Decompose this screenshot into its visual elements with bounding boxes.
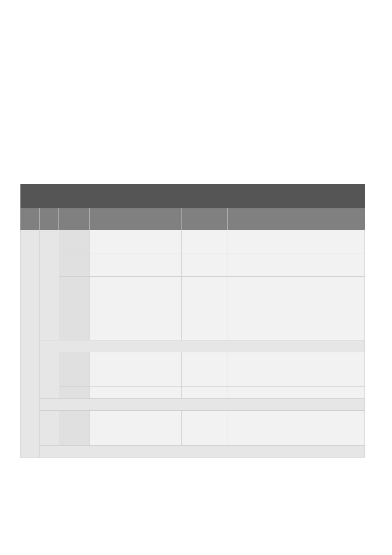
table-header-row xyxy=(20,208,365,230)
label-cell xyxy=(59,242,90,254)
sub-cell xyxy=(39,411,59,446)
value-cell xyxy=(181,254,228,277)
table-row xyxy=(20,242,365,254)
value-cell xyxy=(181,387,228,399)
value-cell xyxy=(228,254,365,277)
value-cell xyxy=(228,352,365,364)
label-cell xyxy=(59,364,90,387)
table-row xyxy=(20,387,365,399)
value-cell xyxy=(181,242,228,254)
value-cell xyxy=(181,352,228,364)
label-cell xyxy=(59,387,90,399)
value-cell xyxy=(228,277,365,340)
value-cell xyxy=(228,387,365,399)
table-row xyxy=(20,277,365,340)
label-cell xyxy=(59,352,90,364)
table-row xyxy=(20,230,365,242)
table-header-2 xyxy=(59,208,90,230)
sub-cell xyxy=(39,352,59,399)
spacer-row xyxy=(20,340,365,352)
value-cell xyxy=(181,230,228,242)
table-header-5 xyxy=(228,208,365,230)
spacer-cell xyxy=(39,340,365,352)
value-cell xyxy=(90,254,181,277)
table-header-3 xyxy=(90,208,181,230)
spacer-cell xyxy=(39,446,365,458)
label-cell xyxy=(59,230,90,242)
value-cell xyxy=(90,242,181,254)
value-cell xyxy=(228,230,365,242)
value-cell xyxy=(90,364,181,387)
table-row xyxy=(20,364,365,387)
spacer-row xyxy=(20,446,365,458)
value-cell xyxy=(90,387,181,399)
label-cell xyxy=(59,254,90,277)
table-title-row xyxy=(20,184,365,208)
label-cell xyxy=(59,411,90,446)
value-cell xyxy=(90,352,181,364)
table-row xyxy=(20,254,365,277)
table-header-1 xyxy=(39,208,59,230)
value-cell xyxy=(228,364,365,387)
table-header-0 xyxy=(20,208,39,230)
value-cell xyxy=(90,277,181,340)
value-cell xyxy=(90,230,181,242)
value-cell xyxy=(181,277,228,340)
value-cell xyxy=(181,411,228,446)
value-cell xyxy=(228,242,365,254)
table-row xyxy=(20,352,365,364)
table-header-4 xyxy=(181,208,228,230)
data-table xyxy=(20,184,365,458)
label-cell xyxy=(59,277,90,340)
value-cell xyxy=(228,411,365,446)
value-cell xyxy=(90,411,181,446)
spacer-cell xyxy=(39,399,365,411)
group-cell xyxy=(20,230,39,458)
sub-cell xyxy=(39,230,59,340)
table-title xyxy=(20,184,365,208)
table-row xyxy=(20,411,365,446)
value-cell xyxy=(181,364,228,387)
spacer-row xyxy=(20,399,365,411)
